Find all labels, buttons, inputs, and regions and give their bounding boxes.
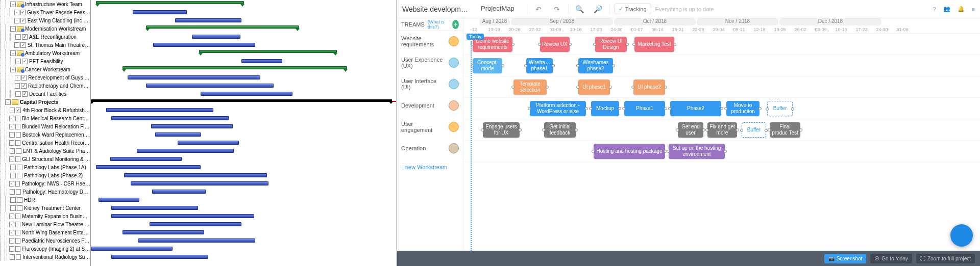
connector-dot[interactable] [546, 86, 549, 89]
task-card[interactable]: Template selection [513, 79, 547, 95]
tree-task[interactable]: ·Fluroscopy (Imaging 2) at St. Tho [0, 245, 90, 253]
checkbox[interactable] [22, 34, 28, 40]
tree-task[interactable]: ·Guys Tower Façade Feasibility [0, 8, 90, 16]
connector-dot[interactable] [720, 107, 723, 110]
gantt-bar[interactable] [199, 50, 337, 53]
connector-dot[interactable] [632, 43, 635, 46]
zoom-full-button[interactable]: ⛶ Zoom to full project [916, 254, 975, 263]
connector-dot[interactable] [676, 128, 679, 131]
gantt-bar[interactable] [131, 181, 268, 185]
gantt-chart[interactable] [91, 0, 396, 266]
collapse-icon[interactable]: · [9, 246, 14, 252]
collapse-icon[interactable]: · [9, 230, 14, 235]
gantt-bar[interactable] [151, 124, 233, 128]
checkbox[interactable] [15, 140, 20, 146]
checkbox[interactable] [17, 173, 22, 178]
task-card[interactable]: Set up on the hosting environment [669, 144, 725, 159]
tree-task[interactable]: ·4th Floor Block & Refurbishment [0, 106, 90, 114]
collapse-icon[interactable]: · [10, 148, 15, 154]
task-card[interactable]: Hosting and hosting package [594, 144, 665, 159]
connector-dot[interactable] [481, 128, 484, 131]
whats-this-link[interactable]: (What is this?) [428, 19, 449, 30]
gantt-bar[interactable] [111, 206, 198, 210]
task-card[interactable]: Final produc Test [770, 122, 800, 138]
collapse-icon[interactable]: - [10, 50, 16, 56]
task-card[interactable]: Platform selection - WordPress or else [530, 101, 586, 116]
checkbox[interactable] [15, 222, 20, 227]
checkbox[interactable] [22, 59, 28, 64]
task-card[interactable]: Phase1 [624, 101, 665, 116]
avatar-icon[interactable] [449, 100, 459, 111]
task-card[interactable]: Fix and get more [707, 122, 737, 138]
collapse-icon[interactable]: · [9, 124, 14, 129]
checkbox[interactable] [16, 254, 21, 260]
connector-dot[interactable] [524, 64, 527, 67]
avatar-icon[interactable] [449, 79, 459, 89]
checkbox[interactable] [15, 230, 20, 235]
gantt-bar[interactable] [110, 157, 182, 161]
collapse-icon[interactable]: · [10, 189, 15, 195]
tree-task[interactable]: ·ENT & Audiology Suite Phase II [0, 147, 90, 155]
collapse-icon[interactable]: · [15, 59, 21, 64]
connector-dot[interactable] [724, 150, 727, 153]
task-card[interactable]: Get end user [678, 122, 703, 138]
collapse-icon[interactable]: · [10, 173, 16, 178]
checkbox[interactable] [16, 132, 21, 138]
tree-task[interactable]: ·Kidney Treatment Center [0, 204, 90, 212]
collapse-icon[interactable]: · [9, 222, 14, 227]
collapse-icon[interactable]: · [10, 197, 16, 203]
connector-dot[interactable] [799, 128, 802, 131]
checkbox[interactable] [16, 108, 21, 113]
gantt-bar[interactable] [137, 149, 234, 153]
connector-dot[interactable] [542, 128, 545, 131]
tree-task[interactable]: ·Pathology Labs (Phase 2) [0, 171, 90, 179]
task-card[interactable]: Buffer [742, 122, 766, 138]
avatar-icon[interactable] [449, 143, 459, 153]
connector-dot[interactable] [736, 128, 739, 131]
collapse-icon[interactable]: · [15, 91, 21, 97]
connector-dot[interactable] [585, 107, 588, 110]
project-title[interactable]: Website developm… [402, 5, 469, 13]
workstream-label[interactable]: Development [397, 95, 463, 116]
connector-dot[interactable] [705, 128, 708, 131]
tree-task[interactable]: ·Centralisation Health Record Stor [0, 139, 90, 147]
collapse-icon[interactable]: · [10, 254, 15, 260]
collapse-icon[interactable]: - [10, 2, 16, 7]
today-badge[interactable]: Today [467, 34, 484, 40]
checkbox[interactable] [15, 246, 20, 252]
connector-dot[interactable] [589, 107, 592, 110]
connector-dot[interactable] [673, 43, 676, 46]
collapse-icon[interactable]: · [10, 165, 16, 170]
connector-dot[interactable] [758, 107, 762, 110]
workstream-label[interactable]: Operation [397, 138, 463, 159]
gantt-bar[interactable] [106, 108, 213, 112]
undo-icon[interactable]: ↶ [531, 2, 546, 16]
collapse-icon[interactable]: - [5, 99, 11, 105]
connector-dot[interactable] [768, 128, 771, 131]
avatar-icon[interactable] [449, 58, 459, 68]
tree-group[interactable]: -Modernisation Workstream [0, 24, 90, 33]
tree-group[interactable]: -Ambulatory Workstream [0, 49, 90, 57]
collapse-icon[interactable]: · [14, 42, 19, 48]
checkbox[interactable] [20, 42, 26, 48]
task-card[interactable]: UI phase1 [578, 79, 610, 95]
checkbox[interactable] [20, 18, 26, 23]
connector-dot[interactable] [569, 43, 572, 46]
gantt-bar[interactable] [99, 198, 139, 202]
task-card[interactable]: Phase2 [670, 101, 721, 116]
checkbox[interactable] [15, 214, 20, 219]
gantt-bar[interactable] [138, 238, 255, 243]
checkbox[interactable] [17, 165, 22, 170]
collapse-icon[interactable]: · [9, 140, 14, 146]
tree-task[interactable]: ·Bio Medical Research Center & Cl [0, 114, 90, 122]
tree-task[interactable]: ·A&E Reconfiguration [0, 33, 90, 41]
collapse-icon[interactable]: · [15, 34, 21, 40]
connector-dot[interactable] [766, 108, 769, 111]
connector-dot[interactable] [668, 107, 671, 110]
checkbox[interactable] [16, 189, 21, 195]
connector-dot[interactable] [575, 128, 578, 131]
tree-task[interactable]: ·Blundell Ward Relocation Florence [0, 122, 90, 130]
task-card[interactable]: Mockup [591, 101, 619, 116]
tree-task[interactable]: ·PET Feasibility [0, 57, 90, 65]
gantt-bar[interactable] [91, 247, 173, 251]
